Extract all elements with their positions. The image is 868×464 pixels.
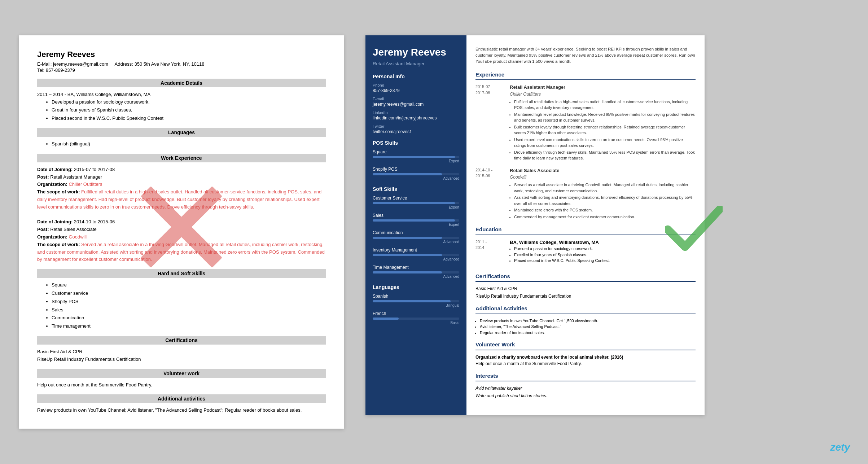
- education-section: Education 2011 -2014 BA, Williams Colleg…: [475, 226, 696, 267]
- good-resume: Jeremy Reeves Retail Assistant Manager P…: [365, 35, 705, 415]
- volunteer-section: Volunteer Work Organized a charity snowb…: [475, 341, 696, 367]
- bad-email-line: E-Mail: jeremy.reeves@gmail.com Address:…: [37, 61, 326, 67]
- education-title: Education: [475, 226, 696, 235]
- zety-logo: zety: [830, 442, 850, 453]
- good-sidebar: Jeremy Reeves Retail Assistant Manager P…: [365, 35, 466, 415]
- additional-title: Additional Activities: [475, 305, 696, 314]
- skills-list: Square Customer service Shopify POS Sale…: [52, 281, 326, 330]
- certs-header: Certifications: [37, 336, 326, 345]
- address-label: Address:: [115, 61, 133, 67]
- tel-value: 857-869-2379: [46, 67, 75, 73]
- personal-info-title: Personal Info: [373, 74, 459, 79]
- job2-entry: 2014-10 -2015-06 Retail Sales Associate …: [475, 167, 696, 221]
- volunteer-text: Help out once a month at the Summerville…: [475, 360, 696, 367]
- skill-5: Communication: [52, 314, 326, 322]
- sidebar-title: Retail Assistant Manager: [373, 61, 459, 66]
- volunteer-title: Volunteer Work: [475, 341, 696, 350]
- good-check-overlay: [665, 206, 723, 253]
- academic-bullet-2: Great in four years of Spanish classes.: [52, 106, 326, 114]
- bad-resume: Jeremy Reeves E-Mail: jeremy.reeves@gmai…: [19, 35, 344, 429]
- cert2: RiseUp Retail Industry Fundamentals Cert…: [37, 356, 326, 363]
- certs-title: Certifications: [475, 272, 696, 282]
- skill-square: Square Expert: [373, 149, 459, 163]
- skill-communication: Communication Advanced: [373, 230, 459, 244]
- skill-inventory: Inventory Management Advanced: [373, 248, 459, 261]
- languages-content: Spanish (bilingual): [37, 140, 326, 148]
- tel-label: Tel:: [37, 67, 44, 73]
- interests-title: Interests: [475, 372, 696, 382]
- additional-section: Additional Activities Review products in…: [475, 305, 696, 336]
- skill-2: Customer service: [52, 290, 326, 297]
- skill-1: Square: [52, 281, 326, 289]
- skill-time-mgmt: Time Management Advanced: [373, 265, 459, 279]
- volunteer-header: Volunteer work: [37, 369, 326, 378]
- work-header: Work Experience: [37, 154, 326, 162]
- x-mark-icon: [131, 176, 232, 277]
- skill-6: Time management: [52, 323, 326, 330]
- linkedin-label: LinkedIn: [373, 110, 459, 115]
- twitter-label: Twitter: [373, 124, 459, 128]
- linkedin-value: linkedin.com/in/jeremyjohnreeves: [373, 115, 459, 121]
- lang-french: French Basic: [373, 311, 459, 325]
- languages-title: Languages: [373, 284, 459, 290]
- skill-customer-service: Customer Service Expert: [373, 196, 459, 209]
- skill-4: Sales: [52, 306, 326, 314]
- lang-spanish: Spanish Bilingual: [373, 294, 459, 307]
- bad-tel-line: Tel: 857-869-2379: [37, 67, 326, 73]
- academic-header: Academic Details: [37, 79, 326, 87]
- certs-content: Basic First Aid & CPR RiseUp Retail Indu…: [37, 348, 326, 363]
- phone-label: Phone: [373, 83, 459, 87]
- bad-x-overlay: [131, 176, 232, 277]
- pos-skills-title: POS Skills: [373, 140, 459, 146]
- additional-content: Review products in own YouTube Channel; …: [37, 407, 326, 414]
- bad-name: Jeremy Reeves: [37, 50, 326, 59]
- phone-value: 857-869-2379: [373, 88, 459, 93]
- skill-shopify: Shopify POS Advanced: [373, 167, 459, 180]
- volunteer-content: Help out once a month at the Summerville…: [37, 381, 326, 389]
- academic-bullet-1: Developed a passion for sociology course…: [52, 99, 326, 106]
- skill-sales: Sales Expert: [373, 213, 459, 227]
- summary: Enthusiastic retail manager with 3+ year…: [475, 46, 696, 65]
- email-value: jeremy.reeves@gmail.com: [53, 61, 108, 67]
- skill-3: Shopify POS: [52, 298, 326, 306]
- email-value-sidebar: jeremy.reeves@gmail.com: [373, 102, 459, 107]
- twitter-value: twitter.com/jjreeves1: [373, 129, 459, 134]
- address-value: 350 5th Ave New York, NY, 10118: [134, 61, 204, 67]
- certs-section: Certifications Basic First Aid & CPR Ris…: [475, 272, 696, 300]
- experience-title: Experience: [475, 71, 696, 80]
- email-label: E-Mail:: [37, 61, 52, 67]
- checkmark-icon: [665, 206, 723, 253]
- job1-bullets: Fulfilled all retail duties in a high-en…: [514, 99, 696, 161]
- experience-section: Experience 2015-07 -2017-08 Retail Assis…: [475, 71, 696, 221]
- languages-header: Languages: [37, 128, 326, 137]
- additional-bullets: Review products in own YouTube Channel. …: [480, 318, 696, 336]
- sidebar-name: Jeremy Reeves: [373, 46, 459, 58]
- academic-content: 2011 – 2014 - BA, Williams College, Will…: [37, 91, 326, 122]
- cert1: Basic First Aid & CPR: [37, 348, 326, 356]
- job1-entry: 2015-07 -2017-08 Retail Assistant Manage…: [475, 84, 696, 162]
- language-item: Spanish (bilingual): [52, 140, 326, 148]
- interests-section: Interests Avid whitewater kayaker Write …: [475, 372, 696, 399]
- soft-skills-title: Soft Skills: [373, 186, 459, 192]
- email-label-sidebar: E-mail: [373, 97, 459, 101]
- academic-bullets: Developed a passion for sociology course…: [52, 99, 326, 122]
- skills-content: Square Customer service Shopify POS Sale…: [37, 281, 326, 330]
- academic-bullet-3: Placed second in the W.S.C. Public Speak…: [52, 115, 326, 122]
- additional-header: Additional activities: [37, 394, 326, 403]
